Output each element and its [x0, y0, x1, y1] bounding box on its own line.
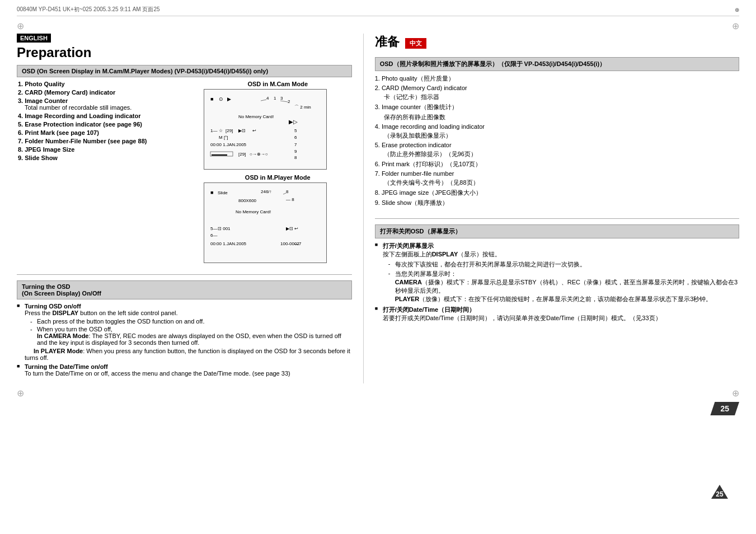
cn-osd-list-wrap: 1. Photo quality（照片质量） 2. CARD (Memory C… [375, 74, 739, 212]
cn-turning-sub-list: 每次按下该按钮，都会在打开和关闭屏幕显示功能之间进行一次切换。 当您关闭屏幕显示… [388, 260, 739, 303]
svg-text:Slide: Slide [218, 190, 228, 195]
osd-header-cn: OSD（照片录制和照片播放下的屏幕显示）（仅限于 VP-D453(i)/D454… [375, 57, 739, 71]
svg-text:M [°]: M [°] [219, 135, 228, 140]
left-title: Preparation [17, 45, 352, 60]
svg-text:☆: ☆ [219, 128, 223, 133]
turning-section-cn: 打开和关闭OSD（屏幕显示） 打开/关闭屏幕显示 按下左侧面板上的DISPLAY… [375, 224, 739, 322]
cn-list-item: 卡（记忆卡）指示器 [375, 93, 739, 101]
turning-item-datetime: Turning the Date/Time on/off To turn the… [17, 363, 352, 377]
bottom-right-cross: ⊕ [732, 388, 739, 399]
turning-section-en: Turning the OSD(On Screen Display) On/Of… [17, 280, 352, 377]
list-item: 4. Image Recording and Loading indicator [17, 113, 198, 119]
svg-text:3: 3 [280, 96, 283, 101]
svg-text:1: 1 [274, 96, 276, 101]
svg-text:▶▷: ▶▷ [289, 119, 298, 125]
svg-text:8: 8 [286, 189, 289, 194]
svg-text:5—: 5— [210, 226, 217, 231]
mplayer-svg: ■ Slide 246/↑ 8 800X600 — 8 No Memory Ca… [208, 186, 325, 259]
list-item: 9. Slide Show [17, 154, 198, 161]
left-column: ENGLISH Preparation OSD (On Screen Displ… [17, 34, 364, 383]
top-right-cross: ⊕ [732, 21, 739, 31]
section-divider [17, 274, 352, 275]
list-item: 5. Erase Protection indicator (see page … [17, 121, 198, 128]
svg-text:▶⊡: ▶⊡ [286, 226, 293, 231]
main-content: ENGLISH Preparation OSD (On Screen Displ… [17, 34, 739, 383]
cn-turning-list: 打开/关闭屏幕显示 按下左侧面板上的DISPLAY（显示）按钮。 每次按下该按钮… [375, 242, 739, 322]
cn-osd-list: 1. Photo quality（照片质量） 2. CARD (Memory C… [375, 74, 739, 207]
turning-sub-list: Each press of the button toggles the OSD… [30, 318, 352, 346]
svg-text:6—: 6— [210, 233, 217, 238]
turning-title-text: Turning the OSD(On Screen Display) On/Of… [22, 283, 101, 297]
svg-text:9: 9 [294, 149, 297, 154]
lang-badge-en: ENGLISH [17, 34, 51, 43]
cn-osd-section: 1. Photo quality（照片质量） 2. CARD (Memory C… [375, 74, 739, 212]
svg-text:7: 7 [294, 142, 297, 147]
cn-list-item: （文件夹编号-文件号）（见88页） [375, 179, 739, 187]
cn-list-item: 9. Slide show（顺序播放） [375, 199, 739, 207]
turning-item-osd: Turning OSD on/off Press the DISPLAY but… [17, 303, 352, 361]
cn-list-item: （防止意外擦除提示）（见96页） [375, 150, 739, 158]
list-item: 6. Print Mark (see page 107) [17, 129, 198, 136]
svg-text:▶: ▶ [227, 96, 231, 102]
cn-list-item: 3. Image counter（图像统计） [375, 103, 739, 111]
list-item: 2. CARD (Memory Card) indicator [17, 89, 198, 96]
cn-list-item: 7. Folder number-file number [375, 170, 739, 177]
list-item: 1. Photo Quality [17, 81, 198, 87]
list-item: 8. JPEG Image Size [17, 146, 198, 153]
mcam-diagram: ■ ⊙ ▶ 4 1 3 2 ⌒ 2 min [204, 89, 327, 170]
cn-turning-title-text: 打开和关闭OSD（屏幕显示） [380, 228, 461, 235]
page-badge: 25 [710, 402, 739, 415]
svg-text:■: ■ [210, 96, 213, 102]
svg-text:↩: ↩ [294, 226, 298, 231]
cn-list-item: 6. Print mark（打印标识）（见107页） [375, 160, 739, 168]
cn-list-item: 8. JPEG image size（JPEG图像大小） [375, 189, 739, 197]
cn-list-item: 保存的所有静止图像数 [375, 113, 739, 121]
top-crosses: ⊕ ⊕ [17, 21, 739, 31]
sub-item: Each press of the button toggles the OSD… [30, 318, 352, 325]
cn-list-item: （录制及加载图像显示） [375, 132, 739, 140]
svg-text:4: 4 [266, 96, 269, 101]
right-header: 准备 中文 [375, 34, 739, 55]
mplayer-title: OSD in M.Player Mode [204, 174, 352, 181]
svg-text:[29]: [29] [226, 128, 233, 133]
osd-diagrams-en: OSD in M.Cam Mode ■ ⊙ ▶ 4 1 3 2 [204, 81, 352, 268]
svg-text:No Memory Card!: No Memory Card! [238, 114, 274, 119]
cn-list-item: 1. Photo quality（照片质量） [375, 74, 739, 83]
osd-section-en: 1. Photo Quality 2. CARD (Memory Card) i… [17, 81, 352, 268]
svg-line-8 [280, 101, 288, 102]
osd-list-en: 1. Photo Quality 2. CARD (Memory Card) i… [17, 81, 198, 268]
turning-list-en: Turning OSD on/off Press the DISPLAY but… [17, 303, 352, 377]
svg-text:↩: ↩ [252, 128, 256, 133]
right-column: 准备 中文 OSD（照片录制和照片播放下的屏幕显示）（仅限于 VP-D453(i… [364, 34, 739, 383]
svg-text:5: 5 [294, 128, 297, 133]
svg-text:[29]: [29] [238, 152, 246, 157]
cn-list-item: 2. CARD (Memory Card) indicator [375, 85, 739, 91]
mcam-title: OSD in M.Cam Mode [204, 81, 352, 87]
osd-numbered-list: 1. Photo Quality 2. CARD (Memory Card) i… [17, 81, 198, 161]
bottom-crosses: ⊕ ⊕ [17, 388, 739, 399]
svg-text:No Memory Card!: No Memory Card! [236, 209, 271, 214]
svg-text:○→⊕→○: ○→⊕→○ [250, 152, 268, 157]
turning-title-en: Turning the OSD(On Screen Display) On/Of… [17, 280, 352, 299]
svg-text:▬▬▬▬: ▬▬▬▬ [212, 152, 227, 156]
cn-sub-item: 当您关闭屏幕显示时： CAMERA（摄像）模式下：屏幕显示总是显示STBY（待机… [388, 270, 739, 303]
cn-sub-item: 每次按下该按钮，都会在打开和关闭屏幕显示功能之间进行一次切换。 [388, 260, 739, 269]
list-item: 3. Image Counter Total number of recorda… [17, 97, 198, 111]
turning-title-cn: 打开和关闭OSD（屏幕显示） [375, 224, 739, 238]
svg-text:■: ■ [210, 190, 213, 195]
page-indicator: ⊕ [735, 7, 739, 13]
svg-text:800X600: 800X600 [238, 198, 257, 203]
list-item: 7. Folder Number-File Number (see page 8… [17, 138, 198, 144]
lang-badge-cn: 中文 [405, 38, 426, 49]
sub-item: When you turn the OSD off, In CAMERA Mod… [30, 326, 352, 346]
cn-turning-item-datetime: 打开/关闭Date/Time（日期时间） 若要打开或关闭Date/Time（日期… [375, 306, 739, 322]
svg-text:⊙: ⊙ [219, 96, 223, 102]
svg-line-7 [261, 100, 266, 101]
arrow-page-num: 25 [711, 490, 728, 498]
svg-text:246/↑: 246/↑ [261, 189, 272, 194]
right-title: 准备 [375, 34, 400, 50]
page-arrow: 25 [711, 485, 728, 500]
page-container: 00840M YP-D451 UK+初~025 2005.3.25 9:11 A… [0, 0, 756, 534]
page-badge-wrapper: 25 [17, 402, 739, 415]
svg-text:⊡ 001: ⊡ 001 [218, 226, 231, 231]
